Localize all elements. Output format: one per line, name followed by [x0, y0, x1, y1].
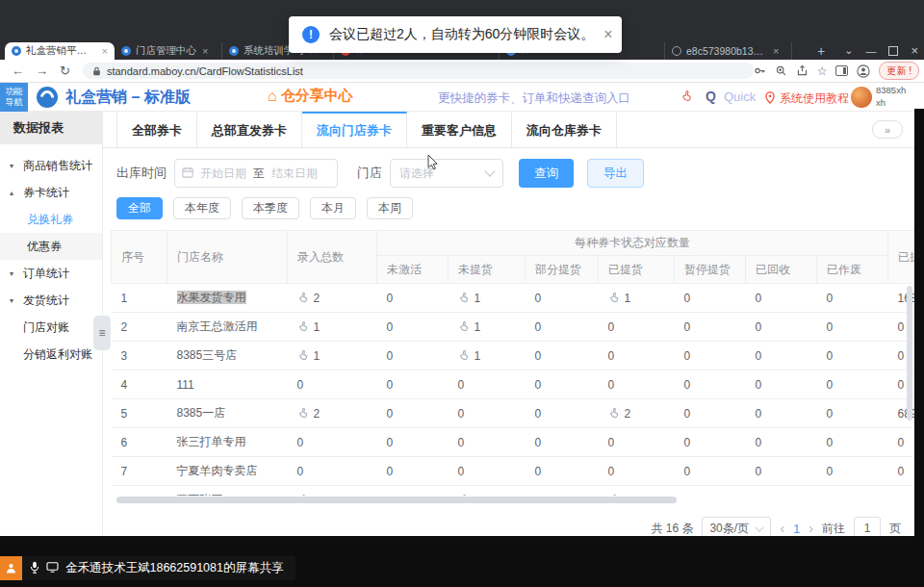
vertical-scrollbar[interactable]: [907, 286, 912, 421]
window-close-icon[interactable]: ×: [911, 43, 918, 58]
count-cell: 0: [599, 342, 675, 370]
share-center-link[interactable]: ⌂ 仓分享中心: [268, 87, 353, 105]
count-link-cell[interactable]: 1: [449, 284, 526, 313]
sidebar-item[interactable]: ▾商品销售统计: [0, 152, 102, 179]
table-row: 8粟西张三二501040001,152: [112, 486, 915, 497]
main-tab[interactable]: 全部券卡: [116, 112, 197, 147]
count-cell: 0: [675, 370, 746, 399]
main-tab[interactable]: 重要客户信息: [407, 112, 512, 147]
user-avatar[interactable]: [851, 87, 872, 108]
quick-filter-button[interactable]: 全部: [116, 197, 163, 219]
tab-close-icon[interactable]: ×: [773, 45, 779, 57]
user-name-main: 8385xh: [876, 85, 906, 97]
quick-filter-button[interactable]: 本月: [310, 197, 356, 219]
sidebar: 数据报表 ▾商品销售统计▴券卡统计兑换礼券优惠券▾订单统计▾发货统计门店对账分销…: [0, 112, 103, 536]
sidebar-item[interactable]: 分销返利对账: [0, 341, 102, 368]
goto-page-input[interactable]: 1: [854, 517, 881, 536]
sidebar-collapse-handle[interactable]: ≡: [93, 316, 111, 350]
new-tab-button[interactable]: +: [817, 43, 825, 59]
table-viewport: 序号门店名称录入总数每种券卡状态对应数量已提货金额未激活未提货部分提货已提货暂停…: [111, 230, 914, 496]
count-link-cell[interactable]: 4: [599, 486, 675, 497]
count-link-cell[interactable]: 2: [288, 284, 377, 313]
screen-icon[interactable]: [46, 562, 59, 575]
profile-icon[interactable]: [857, 64, 870, 78]
reload-icon[interactable]: ↻: [60, 64, 70, 77]
quick-filter-button[interactable]: 本年度: [173, 197, 231, 219]
side-panel-icon[interactable]: [835, 65, 848, 76]
sidebar-item[interactable]: 优惠券: [0, 233, 102, 260]
count-link-cell[interactable]: 2: [288, 399, 377, 428]
prev-page-button[interactable]: ‹: [780, 521, 784, 536]
count-link-cell[interactable]: 1: [288, 342, 377, 370]
count-link-value: 2: [314, 292, 321, 305]
count-cell: 0: [449, 370, 526, 399]
count-link-cell[interactable]: 1: [288, 313, 377, 342]
warehouse-icon: ⌂: [268, 89, 277, 104]
row-index: 7: [112, 457, 167, 486]
password-key-icon[interactable]: [754, 64, 766, 77]
sidebar-item[interactable]: ▴券卡统计: [0, 179, 102, 206]
zoom-icon[interactable]: [775, 64, 787, 77]
quick-filter-button[interactable]: 本周: [367, 197, 413, 219]
table-row: 6张三打单专用000000000: [112, 428, 915, 457]
update-badge[interactable]: 更新 !: [879, 62, 919, 80]
sidebar-item[interactable]: ▾订单统计: [0, 260, 102, 287]
back-icon[interactable]: ←: [12, 64, 24, 77]
sidebar-item[interactable]: 门店对账: [0, 314, 102, 341]
browser-tab[interactable]: 门店管理中心×: [115, 42, 222, 60]
close-icon[interactable]: ×: [603, 27, 612, 42]
sidebar-item[interactable]: ▾发货统计: [0, 287, 102, 314]
address-bar[interactable]: standard.maboy.cn/CardFlowStatisticsList: [83, 63, 754, 79]
browser-tab[interactable]: 礼盒营销平台管理中心×: [5, 42, 115, 60]
participant-icon[interactable]: [0, 556, 22, 580]
main-tab[interactable]: 总部直发券卡: [197, 112, 302, 147]
browser-tab[interactable]: e8c573980b1328a258fd2e6×: [665, 42, 792, 60]
function-nav-button[interactable]: 功能 导航: [0, 83, 28, 112]
bookmark-star-icon[interactable]: ☆: [817, 65, 828, 77]
horizontal-scrollbar[interactable]: [116, 497, 677, 503]
tab-close-icon[interactable]: ×: [102, 45, 108, 57]
microphone-icon[interactable]: [30, 561, 39, 576]
tabs-expand-button[interactable]: »: [872, 120, 903, 139]
count-link-value: 2: [625, 407, 631, 421]
count-link-cell[interactable]: 5: [288, 486, 377, 497]
search-q-icon[interactable]: Q: [706, 89, 716, 104]
next-page-button[interactable]: ›: [808, 521, 813, 536]
system-tutorial-link[interactable]: 系统使用教程: [780, 90, 849, 107]
page-unit-label: 页: [889, 521, 901, 537]
current-page[interactable]: 1: [793, 522, 800, 536]
maximize-icon[interactable]: [888, 46, 898, 56]
tab-close-icon[interactable]: ×: [202, 45, 208, 57]
count-link-cell[interactable]: 2: [599, 399, 675, 428]
count-link-cell[interactable]: 1: [449, 342, 526, 370]
browser-toolbar: ← → ↻ standard.maboy.cn/CardFlowStatisti…: [0, 60, 924, 83]
screen-share-bar: 金禾通技术王斌18662591081的屏幕共享: [22, 556, 295, 580]
count-cell: 0: [526, 428, 599, 457]
minimize-icon[interactable]: —: [865, 45, 876, 57]
forward-icon[interactable]: →: [36, 64, 48, 77]
calendar-icon: [182, 166, 193, 181]
quick-filter-button[interactable]: 本季度: [242, 197, 299, 219]
count-link-cell[interactable]: 1: [599, 284, 675, 313]
count-cell: 0: [526, 370, 599, 399]
count-cell: 0: [888, 428, 914, 457]
export-button[interactable]: 导出: [587, 159, 644, 188]
main-tab[interactable]: 流向门店券卡: [302, 112, 407, 147]
row-index: 2: [112, 313, 167, 342]
main-tab[interactable]: 流向仓库券卡: [512, 112, 617, 147]
chevron-down-icon: ▾: [10, 296, 17, 305]
count-link-cell[interactable]: 1: [449, 486, 526, 497]
tab-search-icon[interactable]: ⌄: [844, 44, 853, 57]
date-range-input[interactable]: 开始日期 至 结束日期: [174, 159, 338, 188]
count-cell: 0: [599, 313, 675, 342]
share-icon[interactable]: [796, 64, 808, 77]
meeting-notification: ! 会议已超过2人，自动转为60分钟限时会议。 ×: [289, 16, 622, 53]
page-size-select[interactable]: 30条/页: [702, 517, 771, 536]
search-button[interactable]: 查询: [519, 159, 574, 188]
store-select[interactable]: 请选择: [390, 159, 503, 188]
count-cell: 0: [817, 399, 888, 428]
sidebar-item[interactable]: 兑换礼券: [0, 206, 102, 233]
table-row: 7宁夏羊肉专卖店000000000: [112, 457, 915, 486]
quick-search-label[interactable]: Quick: [724, 89, 756, 104]
count-link-cell[interactable]: 1: [449, 313, 526, 342]
